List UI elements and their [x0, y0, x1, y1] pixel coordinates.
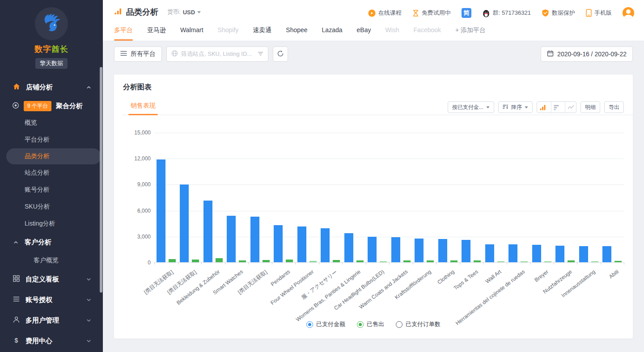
bar-units-sold[interactable]	[286, 260, 293, 262]
sort-desc-icon	[503, 104, 508, 111]
sidebar-item-multi-user-management[interactable]: 多用户管理	[0, 310, 103, 331]
bar-units-sold[interactable]	[403, 260, 411, 262]
bar-units-sold[interactable]	[263, 260, 270, 262]
bar-paid-amount[interactable]	[274, 225, 283, 262]
header-link-data-protection[interactable]: 数据保护	[542, 9, 575, 17]
tab-walmart[interactable]: Walmart	[180, 26, 203, 41]
bar-paid-amount[interactable]	[344, 233, 353, 262]
sidebar-item-overview[interactable]: 概览	[0, 114, 103, 131]
bar-paid-amount[interactable]	[227, 216, 236, 262]
sidebar-item-account-authorization[interactable]: 账号授权	[0, 289, 103, 310]
sidebar-item-sku-analysis[interactable]: SKU分析	[0, 198, 103, 215]
bar-units-sold[interactable]	[192, 260, 199, 262]
bar-units-sold[interactable]	[568, 260, 575, 262]
sidebar-item-shop-analysis[interactable]: 店铺分析	[0, 77, 103, 97]
currency-selector[interactable]: 货币: USD	[167, 8, 201, 16]
bar-units-sold[interactable]	[450, 260, 458, 262]
x-axis-tick	[248, 263, 249, 264]
detail-button[interactable]: 明细	[580, 101, 600, 113]
bar-units-sold[interactable]	[169, 259, 176, 262]
header-link-qq-group[interactable]: 群: 571736321	[482, 9, 531, 17]
header-link-simplified-badge[interactable]: 简	[462, 8, 471, 18]
refresh-button[interactable]	[273, 46, 288, 62]
bar-paid-amount[interactable]	[508, 244, 517, 262]
bar-units-sold[interactable]	[427, 260, 434, 262]
bar-paid-amount[interactable]	[532, 245, 541, 262]
bar-paid-amount[interactable]	[555, 246, 564, 262]
bar-units-sold[interactable]	[239, 260, 246, 262]
bar-units-sold[interactable]	[216, 258, 223, 262]
x-axis-tick	[507, 263, 507, 264]
legend-item-units-sold[interactable]: 已售出	[357, 320, 384, 328]
sidebar-item-platform-analysis[interactable]: 平台分析	[0, 131, 103, 148]
tab-sales-performance[interactable]: 销售表现	[128, 102, 158, 115]
legend-item-paid-orders[interactable]: 已支付订单数	[396, 320, 441, 328]
sidebar-scrollbar[interactable]	[100, 67, 102, 293]
bar-units-sold[interactable]	[333, 260, 340, 262]
horizontal-bar-chart-icon[interactable]	[551, 102, 562, 113]
bar-units-sold[interactable]	[521, 261, 528, 262]
bar-paid-amount[interactable]	[157, 159, 165, 262]
bar-paid-amount[interactable]	[579, 246, 588, 262]
sidebar-item-custom-dashboard[interactable]: 自定义看板	[0, 269, 103, 289]
export-button[interactable]: 导出	[604, 101, 624, 113]
sidebar-item-account-analysis[interactable]: 账号分析	[0, 181, 103, 198]
tab-lazada[interactable]: Lazada	[322, 26, 343, 41]
bar-units-sold[interactable]	[309, 261, 317, 262]
tab-aliexpress[interactable]: 速卖通	[253, 26, 271, 41]
x-axis-category-text: Pendants	[270, 268, 292, 287]
sidebar-item-site-analysis[interactable]: 站点分析	[0, 164, 103, 181]
bar-units-sold[interactable]	[380, 261, 387, 262]
bar-units-sold[interactable]	[497, 261, 504, 262]
bar-units-sold[interactable]	[544, 261, 551, 262]
bar-paid-amount[interactable]	[485, 244, 494, 262]
tab-amazon[interactable]: 亚马逊	[147, 26, 166, 41]
bar-paid-amount[interactable]	[368, 237, 377, 262]
sidebar-item-customer-overview[interactable]: 客户概览	[0, 252, 103, 269]
search-input[interactable]: 筛选站点, SKU, Listing ID...	[166, 46, 268, 62]
sidebar-item-aggregate-analysis[interactable]: 9 个平台聚合分析	[0, 97, 103, 114]
sidebar-item-customer-analysis[interactable]: 客户分析	[0, 232, 103, 252]
date-range-picker[interactable]: 2020-09-16 / 2020-09-22	[541, 46, 633, 62]
bar-paid-amount[interactable]	[462, 240, 470, 262]
bar-units-sold[interactable]	[591, 261, 598, 262]
tab-shopee[interactable]: Shopee	[286, 26, 307, 41]
header-link-free-trial[interactable]: 免费试用中	[412, 9, 451, 17]
all-platforms-button[interactable]: 所有平台	[114, 46, 162, 62]
legend-item-paid-amount[interactable]: 已支付金额	[306, 320, 345, 328]
bar-units-sold[interactable]	[356, 260, 364, 262]
tab-facebook[interactable]: Facebook	[414, 26, 441, 41]
vertical-bar-chart-icon[interactable]	[537, 102, 548, 113]
header-link-avatar[interactable]	[623, 7, 634, 19]
tab-multi-platform[interactable]: 多平台	[114, 26, 133, 41]
chart-type-switcher	[537, 101, 576, 113]
bar-paid-amount[interactable]	[180, 184, 189, 262]
bar-paid-amount[interactable]	[321, 228, 330, 262]
sort-dropdown[interactable]: 降序	[498, 101, 533, 113]
user-avatar	[623, 7, 634, 19]
screen: 数字酋长 擎天数据 店铺分析9 个平台聚合分析概览平台分析品类分析站点分析账号分…	[0, 0, 644, 352]
bar-units-sold[interactable]	[474, 260, 481, 262]
metric-dropdown[interactable]: 按已支付金...	[448, 101, 494, 113]
x-axis-tick	[436, 263, 436, 264]
tab-shopify[interactable]: Shopify	[218, 26, 239, 41]
bar-paid-amount[interactable]	[415, 239, 424, 262]
dollar-icon: $	[13, 336, 20, 345]
bar-paid-amount[interactable]	[438, 239, 447, 262]
tab-wish[interactable]: Wish	[385, 26, 399, 41]
header-link-online-course[interactable]: 在线课程	[368, 9, 402, 17]
sidebar-item-cost-center[interactable]: $费用中心	[0, 331, 103, 351]
bar-paid-amount[interactable]	[391, 237, 400, 262]
sidebar-item-category-analysis[interactable]: 品类分析	[6, 148, 101, 164]
line-chart-icon[interactable]	[565, 102, 576, 113]
tab-add-platform[interactable]: + 添加平台	[455, 26, 486, 41]
bar-paid-amount[interactable]	[250, 217, 259, 262]
tab-ebay[interactable]: eBay	[357, 26, 371, 41]
bar-paid-amount[interactable]	[203, 201, 212, 262]
sidebar-item-label: 客户分析	[25, 238, 51, 247]
bar-paid-amount[interactable]	[602, 246, 611, 262]
bar-paid-amount[interactable]	[297, 226, 306, 262]
sidebar-item-listing-analysis[interactable]: Listing分析	[0, 215, 103, 232]
bar-units-sold[interactable]	[614, 261, 622, 262]
header-link-mobile-version[interactable]: 手机版	[586, 9, 612, 17]
